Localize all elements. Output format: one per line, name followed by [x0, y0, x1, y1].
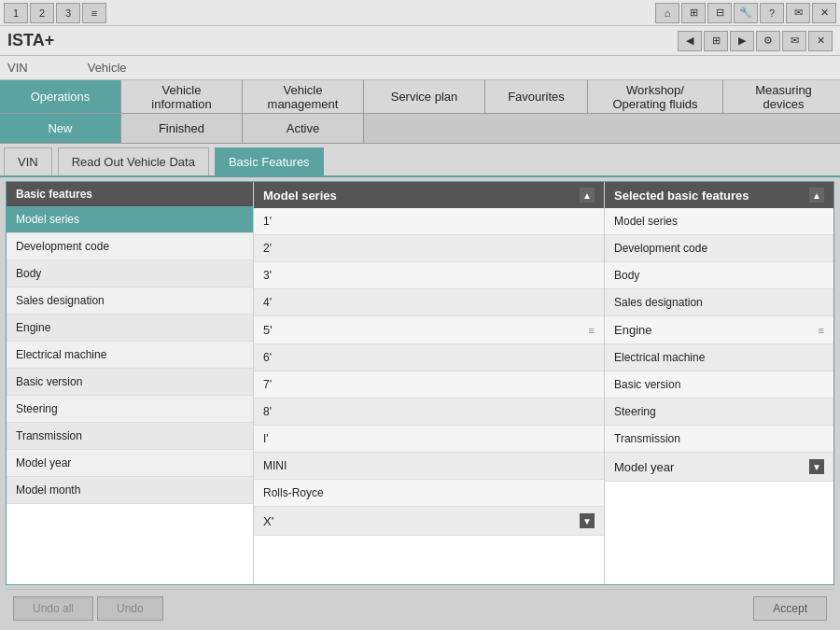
- list-item[interactable]: Model year ▼: [605, 453, 833, 482]
- subnav-vin[interactable]: VIN: [4, 147, 52, 175]
- list-item[interactable]: Model series: [605, 208, 833, 235]
- list-item[interactable]: Electrical machine: [605, 344, 833, 371]
- selected-features-list: Model series Development code Body Sales…: [605, 208, 833, 581]
- expand-icon[interactable]: ⊞: [704, 31, 728, 51]
- settings-icon[interactable]: ⚙: [756, 31, 780, 51]
- bottom-left-buttons: Undo all Undo: [13, 596, 163, 621]
- basic-features-col: Basic features Model series Development …: [7, 182, 254, 584]
- help-icon[interactable]: ?: [760, 3, 784, 23]
- grid-icon[interactable]: ⊞: [681, 3, 706, 23]
- tab-workshop[interactable]: Workshop/ Operating fluids: [588, 80, 723, 113]
- model-series-list: 1' 2' 3' 4' 5' ≡ 6' 7' 8' I' MINI Rolls-…: [254, 208, 604, 581]
- selected-features-header: Selected basic features ▲: [605, 182, 833, 208]
- mid-scrollbar-indicator: ≡: [589, 325, 595, 336]
- list-item[interactable]: Body: [605, 262, 833, 289]
- list-item[interactable]: Electrical machine: [7, 342, 253, 369]
- tb-btn-list[interactable]: ≡: [82, 3, 106, 23]
- tab-service-plan[interactable]: Service plan: [364, 80, 485, 113]
- list-item[interactable]: Basic version: [605, 371, 833, 399]
- undo-button[interactable]: Undo: [97, 596, 163, 621]
- list-item[interactable]: Transmission: [7, 423, 253, 450]
- second-header: VIN Vehicle: [0, 56, 840, 80]
- list-item[interactable]: Rolls-Royce: [254, 480, 604, 507]
- list-item[interactable]: Development code: [7, 233, 253, 260]
- list-item[interactable]: Model month: [7, 477, 253, 504]
- wrench-icon[interactable]: 🔧: [734, 3, 758, 23]
- close-icon[interactable]: ✕: [812, 3, 836, 23]
- next-icon[interactable]: ▶: [730, 31, 754, 51]
- tab-vehicle-information[interactable]: Vehicle information: [121, 80, 243, 113]
- app-title: ISTA+: [7, 31, 54, 50]
- list-item[interactable]: 6': [254, 344, 604, 371]
- list-item[interactable]: Sales designation: [7, 287, 253, 315]
- sub-nav: VIN Read Out Vehicle Data Basic Features: [0, 144, 840, 177]
- nav-tabs-secondary: New Finished Active: [0, 114, 840, 144]
- subnav-readout[interactable]: Read Out Vehicle Data: [58, 147, 209, 175]
- tb-btn-3[interactable]: 3: [56, 3, 80, 23]
- list-item[interactable]: Body: [7, 260, 253, 287]
- home-icon[interactable]: ⌂: [655, 3, 679, 23]
- tb-btn-2[interactable]: 2: [30, 3, 54, 23]
- tab-new[interactable]: New: [0, 114, 121, 143]
- right-scroll-down-icon[interactable]: ▼: [809, 459, 824, 474]
- list-item[interactable]: 4': [254, 289, 604, 316]
- model-series-header: Model series ▲: [254, 182, 604, 208]
- tab-vehicle-management[interactable]: Vehicle management: [243, 80, 364, 113]
- mid-scroll-down-icon[interactable]: ▼: [580, 513, 595, 528]
- nav-tabs-primary: Operations Vehicle information Vehicle m…: [0, 80, 840, 114]
- title-bar: 1 2 3 ≡ ⌂ ⊞ ⊟ 🔧 ? ✉ ✕: [0, 0, 840, 26]
- list-item[interactable]: Steering: [7, 396, 253, 423]
- tab-finished[interactable]: Finished: [121, 114, 243, 143]
- model-series-col: Model series ▲ 1' 2' 3' 4' 5' ≡ 6' 7' 8'…: [254, 182, 605, 584]
- list-item[interactable]: 2': [254, 235, 604, 262]
- list-item[interactable]: Model series: [7, 206, 253, 233]
- prev-icon[interactable]: ◀: [678, 31, 702, 51]
- three-col-layout: Basic features Model series Development …: [7, 182, 833, 584]
- app-close-icon[interactable]: ✕: [808, 31, 833, 51]
- list-item[interactable]: 8': [254, 399, 604, 426]
- title-bar-right: ⌂ ⊞ ⊟ 🔧 ? ✉ ✕: [655, 3, 836, 23]
- title-bar-left: 1 2 3 ≡: [4, 3, 106, 23]
- accept-button[interactable]: Accept: [753, 596, 827, 621]
- list-item[interactable]: Engine: [7, 315, 253, 342]
- list-item[interactable]: 3': [254, 262, 604, 289]
- list-item[interactable]: Model year: [7, 450, 253, 477]
- app-header-controls: ◀ ⊞ ▶ ⚙ ✉ ✕: [678, 31, 833, 51]
- list-item[interactable]: 1': [254, 208, 604, 235]
- list-item[interactable]: Engine ≡: [605, 316, 833, 344]
- undo-all-button[interactable]: Undo all: [13, 596, 93, 621]
- mail-icon[interactable]: ✉: [786, 3, 810, 23]
- subnav-basic-features[interactable]: Basic Features: [215, 147, 324, 175]
- list-item[interactable]: Steering: [605, 399, 833, 426]
- list-item[interactable]: 5' ≡: [254, 316, 604, 344]
- right-scroll-up-icon[interactable]: ▲: [809, 188, 824, 203]
- vin-label: VIN: [7, 61, 28, 75]
- tab-active[interactable]: Active: [243, 114, 364, 143]
- tb-btn-1[interactable]: 1: [4, 3, 28, 23]
- bottom-bar: Undo all Undo Accept: [6, 589, 834, 626]
- list-item[interactable]: Development code: [605, 235, 833, 262]
- right-scrollbar-indicator: ≡: [819, 325, 824, 336]
- app-header: ISTA+ ◀ ⊞ ▶ ⚙ ✉ ✕: [0, 26, 840, 56]
- tab-operations[interactable]: Operations: [0, 80, 121, 113]
- main-content: Basic features Model series Development …: [6, 181, 834, 585]
- list-item[interactable]: I': [254, 426, 604, 453]
- list-item[interactable]: 7': [254, 371, 604, 399]
- list-item[interactable]: X' ▼: [254, 507, 604, 536]
- list-item[interactable]: MINI: [254, 453, 604, 480]
- selected-features-col: Selected basic features ▲ Model series D…: [605, 182, 833, 584]
- tab-favourites[interactable]: Favourites: [485, 80, 588, 113]
- mid-scroll-up-icon[interactable]: ▲: [580, 188, 595, 203]
- minus-icon[interactable]: ⊟: [707, 3, 732, 23]
- email-icon[interactable]: ✉: [782, 31, 806, 51]
- tab-measuring-devices[interactable]: Measuring devices: [723, 80, 840, 113]
- basic-features-header: Basic features: [7, 182, 253, 206]
- list-item[interactable]: Transmission: [605, 426, 833, 453]
- list-item[interactable]: Sales designation: [605, 289, 833, 316]
- vehicle-label: Vehicle: [88, 61, 127, 75]
- list-item[interactable]: Basic version: [7, 369, 253, 396]
